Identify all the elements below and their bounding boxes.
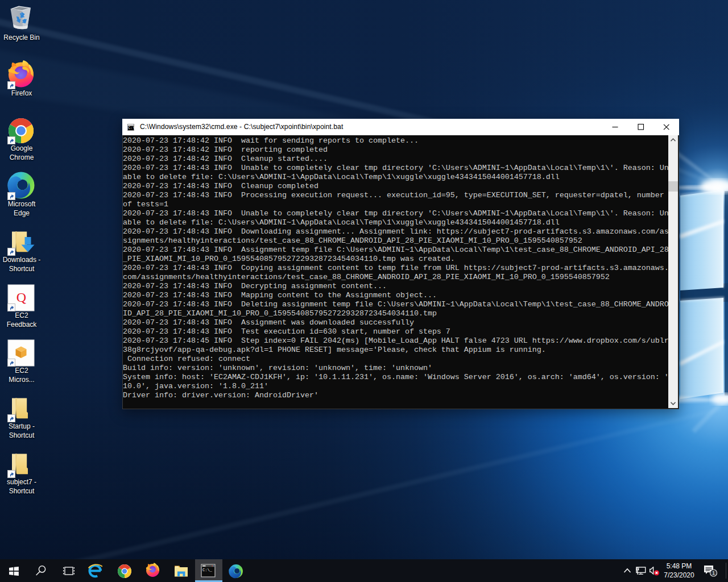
svg-text:C:\_: C:\_ xyxy=(202,568,213,572)
svg-text:1: 1 xyxy=(712,570,715,576)
svg-text:Q: Q xyxy=(16,290,26,305)
svg-text:C:\: C:\ xyxy=(128,126,134,130)
